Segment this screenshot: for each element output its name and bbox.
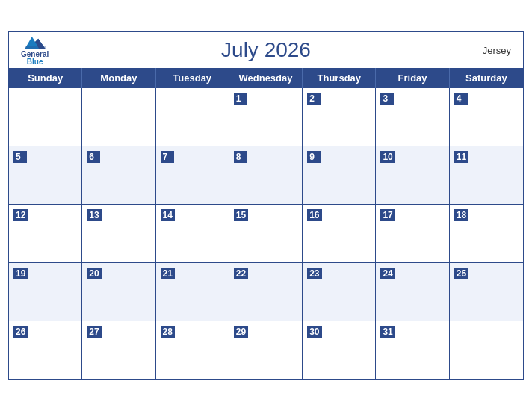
cal-cell: 1	[229, 88, 303, 146]
day-header-sunday: Sunday	[9, 68, 82, 88]
cal-cell: 4	[450, 88, 523, 146]
date-number: 12	[13, 209, 28, 221]
date-number: 23	[307, 268, 321, 279]
date-number: 3	[380, 93, 394, 105]
date-number: 19	[13, 268, 28, 279]
cal-cell: 6	[82, 146, 155, 205]
logo-icon	[25, 34, 46, 49]
cal-cell: 12	[9, 205, 82, 263]
svg-rect-2	[25, 46, 46, 49]
date-number: 22	[234, 268, 248, 279]
date-number: 16	[307, 209, 321, 221]
date-number: 26	[13, 326, 28, 338]
cal-cell	[156, 88, 229, 146]
date-number: 31	[380, 326, 395, 338]
logo: General Blue	[21, 34, 49, 66]
cal-cell: 23	[303, 263, 376, 321]
day-header-saturday: Saturday	[450, 68, 523, 88]
date-number: 4	[454, 93, 468, 105]
date-number: 7	[161, 151, 174, 163]
cal-cell: 21	[156, 263, 229, 321]
date-number: 6	[87, 151, 100, 163]
cal-cell: 24	[376, 263, 449, 321]
cal-cell: 2	[303, 88, 376, 146]
cal-cell: 7	[156, 146, 229, 205]
date-number: 5	[13, 151, 27, 163]
cal-cell: 16	[303, 205, 376, 263]
date-number: 17	[380, 209, 395, 221]
date-number: 30	[307, 326, 321, 338]
date-number: 27	[87, 326, 101, 338]
calendar-container: General Blue July 2026 Jersey Sunday Mon…	[8, 31, 524, 380]
cal-cell: 25	[450, 263, 523, 321]
logo-blue-text: Blue	[27, 58, 43, 66]
cal-cell: 28	[156, 321, 229, 380]
day-header-friday: Friday	[376, 68, 449, 88]
date-number: 8	[234, 151, 247, 163]
cal-cell: 10	[376, 146, 449, 205]
calendar-header: General Blue July 2026 Jersey	[9, 32, 523, 68]
cal-cell: 31	[376, 321, 449, 380]
cal-cell: 13	[82, 205, 155, 263]
region-label: Jersey	[483, 44, 511, 55]
calendar-title: July 2026	[221, 38, 311, 62]
date-number: 9	[307, 151, 321, 163]
cal-cell: 22	[229, 263, 303, 321]
cal-cell: 15	[229, 205, 303, 263]
date-number: 13	[87, 209, 101, 221]
cal-cell	[450, 321, 523, 380]
cal-cell: 27	[82, 321, 155, 380]
day-header-wednesday: Wednesday	[229, 68, 303, 88]
date-number: 15	[234, 209, 248, 221]
date-number: 11	[454, 151, 468, 163]
date-number: 28	[161, 326, 175, 338]
cal-cell: 18	[450, 205, 523, 263]
date-number: 10	[380, 151, 395, 163]
cal-cell: 8	[229, 146, 303, 205]
date-number: 1	[234, 93, 247, 105]
cal-cell: 9	[303, 146, 376, 205]
cal-cell	[9, 88, 82, 146]
cal-cell	[82, 88, 155, 146]
date-number: 29	[234, 326, 248, 338]
cal-cell: 20	[82, 263, 155, 321]
cal-cell: 11	[450, 146, 523, 205]
date-number: 20	[87, 268, 101, 279]
calendar-grid: 1234567891011121314151617181920212223242…	[9, 88, 523, 380]
cal-cell: 5	[9, 146, 82, 205]
date-number: 21	[161, 268, 175, 279]
cal-cell: 26	[9, 321, 82, 380]
cal-cell: 30	[303, 321, 376, 380]
date-number: 18	[454, 209, 468, 221]
cal-cell: 19	[9, 263, 82, 321]
date-number: 24	[380, 268, 395, 279]
cal-cell: 3	[376, 88, 449, 146]
cal-cell: 29	[229, 321, 303, 380]
day-header-tuesday: Tuesday	[156, 68, 229, 88]
cal-cell: 17	[376, 205, 449, 263]
day-header-thursday: Thursday	[303, 68, 376, 88]
cal-cell: 14	[156, 205, 229, 263]
day-headers-row: Sunday Monday Tuesday Wednesday Thursday…	[9, 68, 523, 88]
day-header-monday: Monday	[82, 68, 155, 88]
date-number: 14	[161, 209, 175, 221]
date-number: 25	[454, 268, 468, 279]
date-number: 2	[307, 93, 321, 105]
